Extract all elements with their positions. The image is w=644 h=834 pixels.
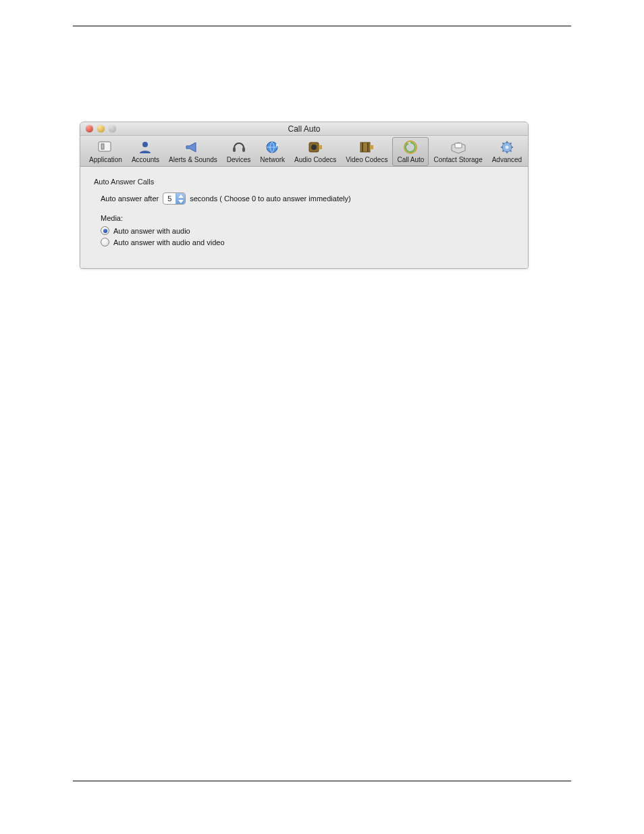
- person-icon: [136, 139, 155, 155]
- film-plug-icon: [357, 139, 376, 155]
- preferences-window: Call Auto Application Accounts: [80, 122, 529, 269]
- tab-label: Audio Codecs: [294, 156, 336, 163]
- delay-stepper[interactable]: 5: [163, 192, 186, 205]
- tab-label: Application: [89, 156, 122, 163]
- svg-point-7: [311, 145, 317, 150]
- svg-rect-8: [319, 145, 322, 149]
- tab-contact-storage[interactable]: Contact Storage: [429, 137, 487, 166]
- window-title: Call Auto: [80, 124, 528, 134]
- svg-point-16: [505, 146, 508, 149]
- auto-arrow-icon: [401, 139, 420, 155]
- gear-icon: [498, 139, 516, 155]
- tab-label: Call Auto: [397, 156, 424, 163]
- page-border-bottom: [73, 781, 571, 781]
- app-switch-icon: [96, 139, 115, 155]
- page-border-top: [73, 26, 571, 26]
- media-group-label: Media:: [101, 214, 514, 222]
- svg-rect-14: [455, 143, 462, 148]
- tab-video-codecs[interactable]: Video Codecs: [341, 137, 392, 166]
- svg-rect-0: [99, 142, 111, 151]
- tab-network[interactable]: Network: [255, 137, 290, 166]
- tab-devices[interactable]: Devices: [222, 137, 256, 166]
- speaker-plug-icon: [306, 139, 325, 155]
- tab-label: Video Codecs: [346, 156, 387, 163]
- tab-advanced[interactable]: Advanced: [487, 137, 527, 166]
- radio-audio-video-row[interactable]: Auto answer with audio and video: [101, 238, 514, 246]
- preferences-toolbar: Application Accounts Alerts & Sounds: [80, 136, 528, 167]
- zoom-button[interactable]: [109, 125, 116, 132]
- window-titlebar[interactable]: Call Auto: [80, 122, 528, 136]
- tab-audio-codecs[interactable]: Audio Codecs: [290, 137, 341, 166]
- radio-audio-video[interactable]: [101, 238, 109, 246]
- radio-audio-label: Auto answer with audio: [113, 227, 190, 235]
- delay-value: 5: [163, 193, 176, 204]
- svg-rect-12: [370, 145, 373, 149]
- svg-rect-11: [367, 142, 369, 152]
- tab-label: Accounts: [132, 156, 159, 163]
- card-box-icon: [449, 139, 468, 155]
- svg-rect-1: [101, 144, 104, 149]
- svg-rect-3: [233, 147, 236, 152]
- tab-call-auto[interactable]: Call Auto: [392, 137, 429, 166]
- tab-accounts[interactable]: Accounts: [127, 137, 164, 166]
- megaphone-icon: [184, 139, 203, 155]
- headset-icon: [230, 139, 248, 155]
- minimize-button[interactable]: [97, 125, 105, 132]
- svg-point-2: [142, 142, 148, 147]
- tab-application[interactable]: Application: [84, 137, 127, 166]
- delay-row: Auto answer after 5 seconds ( Choose 0 t…: [101, 192, 514, 205]
- tab-label: Alerts & Sounds: [169, 156, 217, 163]
- svg-rect-4: [242, 147, 245, 152]
- radio-audio-video-label: Auto answer with audio and video: [113, 238, 225, 246]
- stepper-down[interactable]: [176, 199, 185, 204]
- close-button[interactable]: [86, 125, 93, 132]
- stepper-up[interactable]: [176, 193, 185, 199]
- radio-audio[interactable]: [101, 226, 109, 235]
- tab-label: Contact Storage: [433, 156, 482, 163]
- group-auto-answer-label: Auto Answer Calls: [94, 178, 514, 186]
- tab-alerts-sounds[interactable]: Alerts & Sounds: [164, 137, 222, 166]
- svg-rect-10: [362, 142, 363, 152]
- panel-content: Auto Answer Calls Auto answer after 5 se…: [80, 167, 528, 268]
- tab-label: Network: [260, 156, 285, 163]
- traffic-lights: [80, 125, 116, 132]
- radio-audio-row[interactable]: Auto answer with audio: [101, 226, 514, 235]
- delay-prefix-label: Auto answer after: [101, 194, 159, 203]
- tab-label: Advanced: [492, 156, 522, 163]
- stepper-buttons: [176, 193, 185, 204]
- delay-suffix-label: seconds ( Choose 0 to auto answer immedi…: [190, 194, 350, 203]
- tab-label: Devices: [227, 156, 251, 163]
- globe-icon: [263, 139, 282, 155]
